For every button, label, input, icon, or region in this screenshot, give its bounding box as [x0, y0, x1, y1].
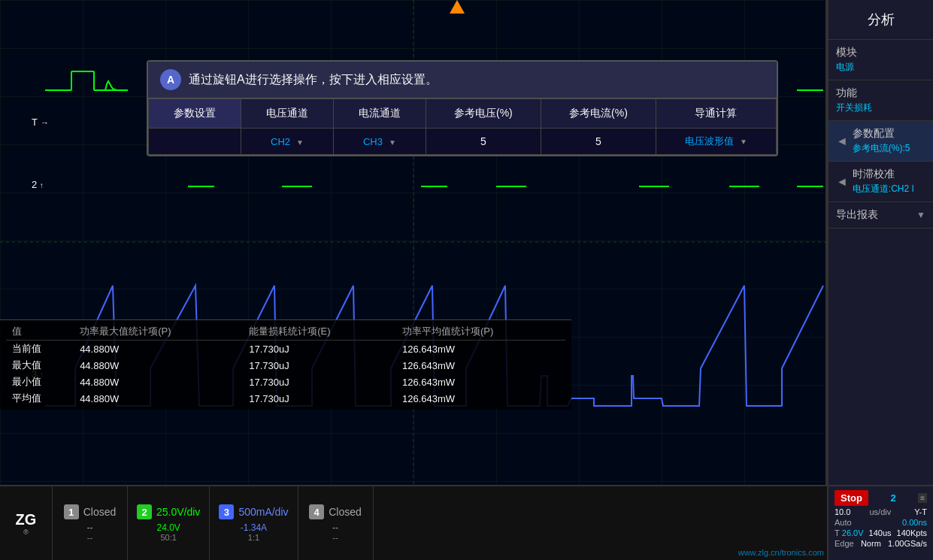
edge-label: Edge: [835, 539, 854, 548]
stats-cell-2: 17.730uJ: [243, 374, 396, 390]
stats-cell-1: 44.880W: [74, 357, 243, 374]
scope-display: T → 2 ↑ 3 ↑ 值 功率最大值统计项(P) 能量损耗统计项(E) 功率平…: [0, 0, 827, 485]
sidebar-params-label: 参数配置: [853, 127, 910, 141]
sidebar-item-params-config[interactable]: ◄ 参数配置 参考电流(%):5: [828, 121, 933, 162]
sidebar-function-value: 开关损耗: [836, 101, 872, 114]
ch3-label: 500mA/div: [238, 506, 288, 518]
channel-2-block[interactable]: 2 25.0V/div 24.0V 50:1: [128, 486, 210, 560]
sidebar-export-label: 导出报表: [836, 208, 878, 222]
ch3-ratio: 1:1: [248, 533, 259, 542]
chevron-left-icon-2: ◄: [836, 175, 848, 189]
copyright-text: www.zlg.cn/tronics.com: [738, 548, 824, 557]
stop-row: Stop 2 ≡: [832, 489, 930, 507]
col-conduction-calc: 导通计算: [656, 99, 776, 129]
two-arrow: ↑: [40, 181, 44, 189]
stats-row: 平均值44.880W17.730uJ126.643mW: [6, 390, 565, 407]
right-status-panel: Stop 2 ≡ 10.0 us/div Y-T Auto 0.00ns T 2…: [827, 485, 933, 560]
delay-label: Auto: [835, 518, 852, 527]
time-div-row: 10.0 us/div Y-T: [832, 507, 930, 517]
t-arrow: →: [41, 118, 49, 127]
sidebar: 分析 模块 电源 功能 开关损耗 ◄ 参数配置 参考电流(%):5 ◄ 时滞校准…: [827, 0, 933, 485]
stats-cell-1: 44.880W: [74, 374, 243, 390]
stats-cell-2: 17.730uJ: [243, 341, 396, 358]
delay-value: 0.00ns: [902, 518, 927, 527]
stats-cell-3: 126.643mW: [396, 357, 565, 374]
stats-col-power-max: 功率最大值统计项(P): [74, 323, 243, 341]
ch3-bottom: -1.34A: [241, 522, 267, 533]
stats-cell-1: 44.880W: [74, 390, 243, 407]
col-ref-voltage: 参考电压(%): [426, 99, 541, 129]
ch2-bottom: 24.0V: [157, 522, 180, 533]
stats-cell-0: 平均值: [6, 390, 74, 407]
val-voltage-channel[interactable]: CH2 ▼: [241, 129, 333, 155]
logo-subtitle: ®: [16, 528, 37, 536]
dialog-header: A 通过旋钮A进行选择操作，按下进入相应设置。: [148, 62, 777, 98]
status-bar: ZG ® 1 Closed -- -- 2 25.0V/div 24.0V 50…: [0, 485, 933, 560]
ch4-bottom: --: [332, 522, 338, 533]
dialog-instruction: 通过旋钮A进行选择操作，按下进入相应设置。: [189, 72, 438, 88]
t-row-time: 140us: [869, 528, 892, 537]
two-label: 2: [32, 179, 37, 190]
params-dialog: A 通过旋钮A进行选择操作，按下进入相应设置。 参数设置 电压通道 电流通道 参…: [147, 60, 778, 156]
ch1-ratio: --: [87, 533, 92, 542]
col-voltage-channel: 电压通道: [241, 99, 333, 129]
stats-row: 最小值44.880W17.730uJ126.643mW: [6, 374, 565, 390]
val-ref-current: 5: [541, 129, 656, 155]
sidebar-function-label: 功能: [836, 86, 872, 100]
stats-cell-3: 126.643mW: [396, 390, 565, 407]
ch4-label: Closed: [329, 506, 362, 518]
sidebar-item-time-calibration[interactable]: ◄ 时滞校准 电压通道:CH2 I: [828, 162, 933, 202]
two-marker: 2 ↑: [32, 179, 44, 190]
watermark: www.zlg.cn/tronics.com: [738, 548, 824, 557]
stats-area: 值 功率最大值统计项(P) 能量损耗统计项(E) 功率平均值统计项(P) 当前值…: [0, 319, 571, 410]
sidebar-item-function[interactable]: 功能 开关损耗: [828, 80, 933, 121]
params-table: 参数设置 电压通道 电流通道 参考电压(%) 参考电流(%) 导通计算 CH2 …: [148, 98, 777, 155]
sidebar-module-label: 模块: [836, 46, 857, 59]
stats-row: 最大值44.880W17.730uJ126.643mW: [6, 357, 565, 374]
ch2-indicator: 2: [890, 492, 895, 504]
stats-cell-3: 126.643mW: [396, 374, 565, 390]
sidebar-item-module[interactable]: 模块 电源: [828, 40, 933, 80]
sidebar-time-label: 时滞校准: [853, 168, 914, 181]
stats-col-label: 值: [6, 323, 74, 341]
logo-text: ZG: [16, 511, 37, 528]
t-row-kpts: 140Kpts: [897, 528, 927, 537]
param-settings-header: 参数设置: [149, 99, 241, 129]
channel-1-block[interactable]: 1 Closed -- --: [53, 486, 128, 560]
ch1-num: 1: [64, 504, 79, 519]
stats-table: 值 功率最大值统计项(P) 能量损耗统计项(E) 功率平均值统计项(P) 当前值…: [6, 323, 565, 407]
sidebar-title: 分析: [828, 0, 933, 40]
t-row-voltage: 26.0V: [842, 528, 864, 537]
stats-cell-0: 当前值: [6, 341, 74, 358]
sidebar-title-text: 分析: [868, 12, 895, 27]
yt-label: Y-T: [914, 507, 927, 516]
sidebar-item-export[interactable]: 导出报表 ▼: [828, 202, 933, 229]
stop-button[interactable]: Stop: [835, 490, 868, 506]
sidebar-time-value: 电压通道:CH2 I: [853, 183, 914, 195]
stats-cell-0: 最小值: [6, 374, 74, 390]
edge-row: Edge Norm 1.00GSa/s: [832, 538, 930, 549]
col-ref-current: 参考电流(%): [541, 99, 656, 129]
stats-cell-3: 126.643mW: [396, 341, 565, 358]
t-marker: T →: [32, 117, 49, 128]
chevron-down-icon: ▼: [916, 210, 925, 220]
stats-cell-2: 17.730uJ: [243, 357, 396, 374]
t-row-label: T: [835, 528, 840, 537]
channel-4-block[interactable]: 4 Closed -- --: [298, 486, 374, 560]
norm-label: Norm: [861, 539, 881, 548]
logo-area: ZG ®: [0, 486, 53, 560]
t-row: T 26.0V 140us 140Kpts: [832, 528, 930, 538]
col-current-channel: 电流通道: [333, 99, 426, 129]
channel-3-block[interactable]: 3 500mA/div -1.34A 1:1: [210, 486, 298, 560]
stats-col-power-avg: 功率平均值统计项(P): [396, 323, 565, 341]
ch1-label: Closed: [83, 506, 117, 518]
t-label: T: [32, 117, 38, 128]
val-current-channel[interactable]: CH3 ▼: [333, 129, 426, 155]
val-conduction-calc[interactable]: 电压波形值 ▼: [656, 129, 776, 155]
dialog-icon: A: [160, 69, 181, 90]
stats-col-energy: 能量损耗统计项(E): [243, 323, 396, 341]
ch4-num: 4: [309, 504, 324, 519]
time-per-div-value: 10.0: [835, 507, 850, 516]
ch2-ratio: 50:1: [160, 533, 176, 542]
channel-icon: ≡: [918, 493, 927, 503]
